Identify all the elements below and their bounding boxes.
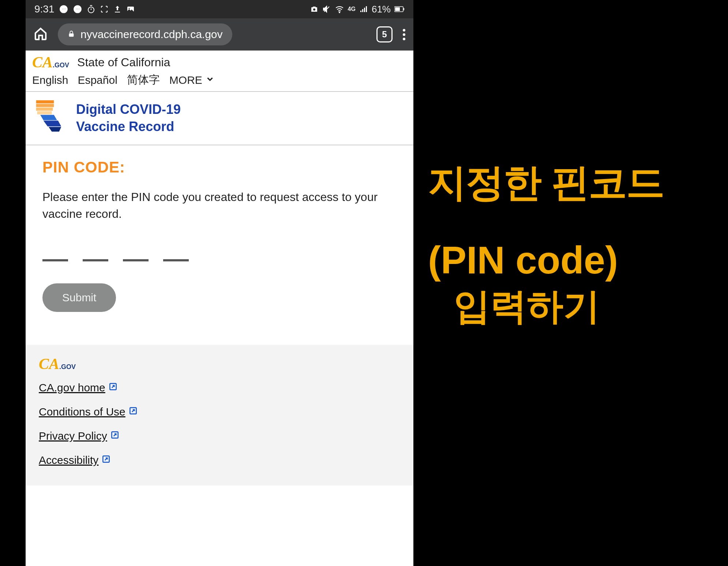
site-title-line2: Vaccine Record xyxy=(76,118,181,135)
phone-viewport: 9:31 ⋯ ⋯ 4G 61% nyvaccinerecord.cdph.ca.… xyxy=(26,0,413,566)
footer-ca-gov-logo[interactable]: CA.GOV xyxy=(39,355,76,373)
pin-digit-4[interactable] xyxy=(163,259,189,261)
svg-rect-14 xyxy=(36,104,54,107)
footer-logo-gov-text: .GOV xyxy=(59,363,76,370)
external-link-icon xyxy=(101,454,111,466)
submit-button[interactable]: Submit xyxy=(42,283,116,312)
battery-icon xyxy=(394,6,405,12)
signal-icon xyxy=(359,5,368,14)
svg-point-6 xyxy=(128,8,130,9)
svg-rect-13 xyxy=(36,100,54,104)
lock-icon xyxy=(67,28,75,41)
california-map-icon xyxy=(32,99,65,137)
left-margin xyxy=(0,0,26,566)
pin-entry-section: PIN CODE: Please enter the PIN code you … xyxy=(26,145,413,334)
annotation-panel: 지정한 핀코드 (PIN code) 입력하기 xyxy=(413,0,728,566)
svg-point-8 xyxy=(339,12,340,13)
url-text: nyvaccinerecord.cdph.ca.gov xyxy=(80,28,223,41)
tab-count: 5 xyxy=(382,29,387,40)
svg-rect-11 xyxy=(404,8,404,10)
browser-menu-icon[interactable] xyxy=(403,29,405,40)
footer-link-accessibility[interactable]: Accessibility xyxy=(39,454,400,466)
network-type: 4G xyxy=(348,6,356,12)
status-time: 9:31 xyxy=(34,3,55,15)
camera-icon xyxy=(310,5,319,14)
logo-ca-text: CA xyxy=(32,54,53,71)
pin-input-group[interactable] xyxy=(42,259,397,261)
footer-logo-ca-text: CA xyxy=(39,355,59,372)
svg-rect-16 xyxy=(37,111,52,115)
external-link-icon xyxy=(128,406,138,418)
wifi-icon xyxy=(335,4,344,14)
pin-digit-3[interactable] xyxy=(123,259,149,261)
svg-point-7 xyxy=(313,8,315,11)
svg-text:⋯: ⋯ xyxy=(61,7,65,11)
battery-percent: 61% xyxy=(372,4,391,15)
url-bar[interactable]: nyvaccinerecord.cdph.ca.gov xyxy=(58,23,232,45)
upload-icon xyxy=(113,5,122,14)
android-status-bar: 9:31 ⋯ ⋯ 4G 61% xyxy=(26,0,413,18)
gov-header-row: CA.GOV State of California xyxy=(26,51,413,71)
annotation-line1: 지정한 핀코드 xyxy=(428,157,664,209)
tab-count-button[interactable]: 5 xyxy=(376,26,393,42)
chevron-down-icon xyxy=(205,74,215,86)
external-link-icon xyxy=(108,381,118,394)
svg-rect-12 xyxy=(69,33,74,37)
footer-link-label: Accessibility xyxy=(39,454,98,466)
annotation-line2: (PIN code) xyxy=(428,238,618,282)
svg-rect-10 xyxy=(395,7,400,11)
site-title-line1: Digital COVID-19 xyxy=(76,101,181,118)
browser-toolbar: nyvaccinerecord.cdph.ca.gov 5 xyxy=(26,18,413,51)
lang-spanish[interactable]: Español xyxy=(78,74,117,86)
pin-digit-1[interactable] xyxy=(42,259,68,261)
pin-instruction-text: Please enter the PIN code you created to… xyxy=(42,189,397,223)
footer-link-label: Conditions of Use xyxy=(39,406,125,418)
logo-gov-text: .GOV xyxy=(53,62,69,69)
lang-more-label: MORE xyxy=(169,74,202,86)
timer-icon xyxy=(87,5,95,14)
lang-chinese[interactable]: 简体字 xyxy=(127,72,160,87)
state-label: State of California xyxy=(77,56,170,69)
svg-rect-15 xyxy=(36,108,53,111)
chat-icon: ⋯ xyxy=(73,4,82,14)
mute-icon xyxy=(322,5,331,14)
site-title: Digital COVID-19 Vaccine Record xyxy=(76,101,181,135)
page-footer: CA.GOV CA.gov home Conditions of Use Pri… xyxy=(26,345,413,485)
ca-gov-logo[interactable]: CA.GOV xyxy=(32,53,69,71)
image-icon xyxy=(126,5,135,14)
footer-link-privacy[interactable]: Privacy Policy xyxy=(39,430,400,442)
chat-icon: ⋯ xyxy=(59,4,68,14)
pin-heading: PIN CODE: xyxy=(42,159,397,176)
pin-digit-2[interactable] xyxy=(83,259,108,261)
footer-link-ca-home[interactable]: CA.gov home xyxy=(39,381,400,394)
site-branding-row: Digital COVID-19 Vaccine Record xyxy=(26,92,413,145)
svg-text:⋯: ⋯ xyxy=(75,7,79,11)
annotation-line3: 입력하기 xyxy=(428,282,600,332)
focus-icon xyxy=(100,5,109,14)
footer-link-conditions[interactable]: Conditions of Use xyxy=(39,406,400,418)
lang-english[interactable]: English xyxy=(32,74,68,86)
external-link-icon xyxy=(110,430,120,442)
language-selector-row: English Español 简体字 MORE xyxy=(26,71,413,91)
home-icon[interactable] xyxy=(34,27,48,42)
lang-more-button[interactable]: MORE xyxy=(169,74,215,86)
footer-link-label: Privacy Policy xyxy=(39,430,107,442)
footer-link-label: CA.gov home xyxy=(39,381,105,394)
page-content: CA.GOV State of California English Españ… xyxy=(26,51,413,566)
